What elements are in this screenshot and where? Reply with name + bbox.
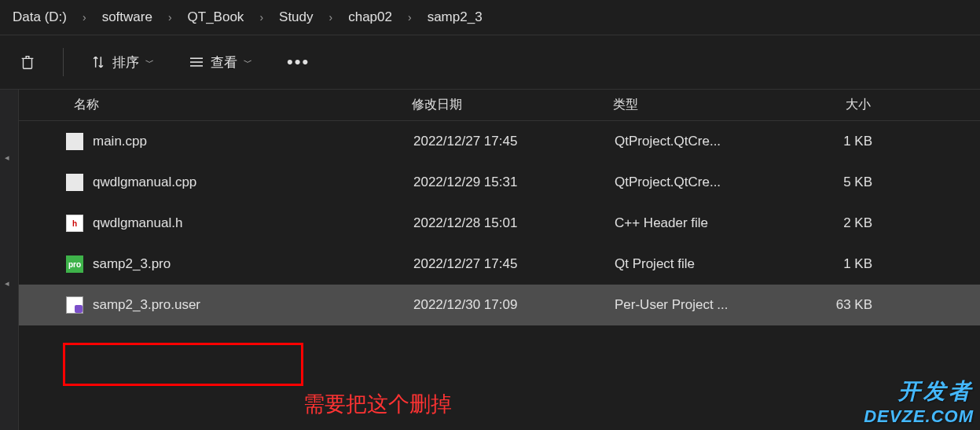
file-list: ︿ 名称 修改日期 类型 大小 main.cpp2022/12/27 17:45… — [19, 90, 980, 430]
file-area: ◂ ◂ ︿ 名称 修改日期 类型 大小 main.cpp2022/12/27 1… — [0, 90, 980, 430]
file-name: main.cpp — [93, 134, 413, 149]
file-name: samp2_3.pro — [93, 256, 413, 272]
file-row[interactable]: samp2_3.pro.user2022/12/30 17:09Per-User… — [19, 285, 980, 325]
sidebar-arrow-2: ◂ — [5, 278, 9, 289]
file-icon — [66, 296, 83, 314]
chevron-right-icon: › — [83, 11, 86, 24]
file-size: 1 KB — [778, 256, 888, 272]
breadcrumb-item-2[interactable]: QT_Book — [185, 8, 248, 27]
breadcrumb: Data (D:) › software › QT_Book › Study ›… — [0, 0, 980, 35]
file-name: samp2_3.pro.user — [93, 297, 413, 313]
file-row[interactable]: qwdlgmanual.cpp2022/12/29 15:31QtProject… — [19, 162, 980, 203]
file-type: QtProject.QtCre... — [615, 134, 778, 149]
file-type: Per-User Project ... — [615, 297, 778, 313]
file-size: 1 KB — [778, 134, 888, 149]
file-type: QtProject.QtCre... — [615, 175, 778, 190]
delete-button[interactable] — [11, 49, 44, 75]
column-name[interactable]: 名称 — [74, 97, 412, 113]
column-date[interactable]: 修改日期 — [412, 97, 613, 113]
column-header: ︿ 名称 修改日期 类型 大小 — [19, 90, 980, 121]
chevron-right-icon: › — [329, 11, 333, 24]
left-sidebar: ◂ ◂ — [0, 90, 19, 430]
file-row[interactable]: prosamp2_3.pro2022/12/27 17:45Qt Project… — [19, 244, 980, 285]
chevron-down-icon: ﹀ — [244, 57, 252, 68]
toolbar: 排序 ﹀ 查看 ﹀ ••• — [0, 35, 980, 90]
file-date: 2022/12/30 17:09 — [413, 297, 615, 313]
file-name: qwdlgmanual.h — [93, 215, 413, 231]
file-icon: pro — [66, 255, 83, 273]
sort-indicator-icon: ︿ — [165, 0, 174, 2]
file-type: Qt Project file — [615, 256, 778, 272]
breadcrumb-item-1[interactable]: software — [99, 8, 156, 27]
view-button[interactable]: 查看 ﹀ — [181, 49, 260, 76]
view-label: 查看 — [211, 53, 237, 72]
file-size: 2 KB — [778, 215, 888, 231]
sidebar-arrow-1: ◂ — [5, 153, 9, 163]
chevron-right-icon: › — [259, 11, 263, 24]
column-size[interactable]: 大小 — [776, 97, 886, 113]
breadcrumb-item-4[interactable]: chap02 — [345, 8, 395, 27]
sort-icon — [90, 54, 106, 70]
file-size: 5 KB — [778, 175, 888, 190]
chevron-down-icon: ﹀ — [145, 57, 154, 68]
file-size: 63 KB — [778, 297, 888, 313]
chevron-right-icon: › — [168, 11, 172, 24]
file-icon — [66, 133, 83, 150]
file-icon — [66, 174, 83, 191]
file-type: C++ Header file — [615, 215, 778, 231]
file-icon: h — [66, 215, 83, 232]
file-date: 2022/12/29 15:31 — [413, 175, 615, 190]
trash-icon — [19, 53, 36, 71]
breadcrumb-item-3[interactable]: Study — [276, 8, 316, 27]
view-icon — [189, 56, 204, 68]
more-icon: ••• — [287, 52, 310, 72]
sort-label: 排序 — [112, 53, 139, 72]
file-name: qwdlgmanual.cpp — [93, 175, 413, 190]
column-type[interactable]: 类型 — [613, 97, 776, 113]
file-row[interactable]: hqwdlgmanual.h2022/12/28 15:01C++ Header… — [19, 203, 980, 244]
breadcrumb-item-5[interactable]: samp2_3 — [424, 8, 486, 27]
divider — [63, 48, 64, 76]
chevron-right-icon: › — [408, 11, 412, 24]
sort-button[interactable]: 排序 ﹀ — [83, 49, 162, 76]
file-row[interactable]: main.cpp2022/12/27 17:45QtProject.QtCre.… — [19, 121, 980, 162]
file-date: 2022/12/27 17:45 — [413, 256, 615, 272]
breadcrumb-item-0[interactable]: Data (D:) — [9, 8, 70, 27]
file-date: 2022/12/27 17:45 — [413, 134, 615, 149]
file-date: 2022/12/28 15:01 — [413, 215, 615, 231]
more-button[interactable]: ••• — [279, 47, 317, 77]
